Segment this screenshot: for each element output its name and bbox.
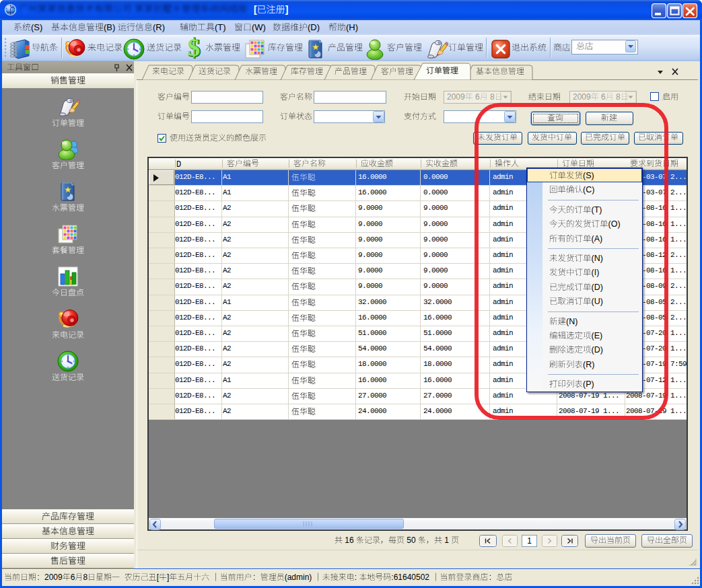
svg-text:(S): (S) (31, 22, 42, 32)
svg-text:(admin): (admin) (285, 573, 314, 582)
svg-text:2009: 2009 (44, 573, 63, 582)
svg-text:]: ] (285, 4, 289, 15)
svg-text:[: [ (254, 4, 257, 15)
svg-text:]: ] (167, 573, 169, 582)
svg-text:2009: 2009 (447, 92, 465, 102)
svg-text:16: 16 (343, 536, 356, 545)
svg-text:1: 1 (442, 536, 451, 545)
svg-text:(W): (W) (252, 22, 266, 32)
svg-text:50: 50 (405, 536, 418, 545)
svg-text:(B): (B) (104, 22, 115, 32)
svg-text:(D): (D) (308, 22, 320, 32)
svg-text::61640502: :61640502 (391, 573, 431, 582)
svg-text:[: [ (157, 573, 160, 582)
svg-text:6: 6 (71, 573, 75, 582)
svg-text:(H): (H) (346, 22, 358, 32)
svg-text:(R): (R) (153, 22, 165, 32)
svg-text:(T): (T) (215, 22, 226, 32)
svg-text::: : (355, 573, 359, 582)
svg-text:$: $ (188, 36, 200, 61)
svg-text:8: 8 (83, 573, 87, 582)
